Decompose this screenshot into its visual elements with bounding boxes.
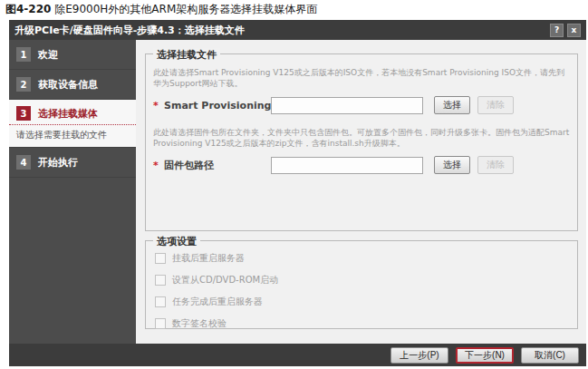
back-button[interactable]: 上一步(P) [390,347,448,364]
option-label: 挂载后重启服务器 [172,252,245,265]
step-number: 1 [16,47,31,62]
wizard-steps-sidebar: 1 欢迎 2 获取设备信息 3 选择挂载媒体 请选择需要挂载的文件 4 开始执行 [9,40,136,344]
step-number: 2 [16,77,31,92]
option-restart-after-task: 任务完成后重启服务器 [155,296,570,308]
upgrade-wizard-dialog: 升级PCIe卡/硬盘固件向导-步骤4.3：选择挂载文件 ? x 1 欢迎 2 获… [9,20,586,366]
option-label: 任务完成后重启服务器 [172,296,263,308]
help-icon[interactable]: ? [550,24,564,37]
sidebar-step-execute[interactable]: 4 开始执行 [9,148,136,178]
step-label: 开始执行 [38,156,78,170]
active-step-row: 3 选择挂载媒体 [9,100,136,125]
firmware-clear-button: 清除 [477,156,514,174]
cancel-button[interactable]: 取消(C) [521,347,579,364]
iso-file-field-row: * Smart Provisioning ISO文件 选择 清除 [153,96,570,114]
iso-clear-button: 清除 [477,96,514,114]
option-restart-after-mount: 挂载后重启服务器 [155,252,570,265]
sidebar-step-welcome[interactable]: 1 欢迎 [9,40,136,70]
step-number: 3 [16,106,31,121]
group-title: 选择挂载文件 [153,48,220,62]
figure-number: 图4-220 [5,3,51,15]
iso-file-input[interactable] [271,97,423,114]
dialog-footer: 上一步(P) 下一步(N) 取消(C) [9,344,586,366]
step-label: 获取设备信息 [38,78,98,92]
iso-file-label: Smart Provisioning ISO文件 [164,99,271,112]
checkbox-icon [155,253,166,264]
close-icon[interactable]: x [567,24,581,37]
sidebar-step-device-info[interactable]: 2 获取设备信息 [9,70,136,100]
option-label: 设置从CD/DVD-ROM启动 [172,274,278,286]
active-step-description: 请选择需要挂载的文件 [9,125,136,147]
firmware-path-label: 固件包路径 [164,159,271,172]
firmware-select-button[interactable]: 选择 [434,156,470,174]
dialog-body: 1 欢迎 2 获取设备信息 3 选择挂载媒体 请选择需要挂载的文件 4 开始执行 [9,40,586,344]
sidebar-step-select-media-active[interactable]: 3 选择挂载媒体 请选择需要挂载的文件 [9,100,136,148]
figure-caption: 图4-220 除E9000H外的其他ARM架构服务器选择挂载媒体界面 [5,2,317,17]
iso-select-button[interactable]: 选择 [434,96,470,114]
required-marker: * [153,100,164,112]
option-signature-check: 数字签名校验 [155,317,570,330]
step-label: 欢迎 [38,48,58,62]
firmware-path-input[interactable] [271,157,423,174]
option-label: 数字签名校验 [172,317,227,330]
group-title: 选项设置 [153,235,200,248]
option-settings-group: 选项设置 挂载后重启服务器 设置从CD/DVD-ROM启动 任务完成后重启服务器… [145,240,578,329]
step-number: 4 [16,155,31,170]
checkbox-icon [155,275,166,286]
required-marker: * [153,160,164,171]
next-button[interactable]: 下一步(N) [456,347,514,364]
dialog-title: 升级PCIe卡/硬盘固件向导-步骤4.3：选择挂载文件 [14,24,546,37]
select-mount-file-group: 选择挂载文件 此处请选择Smart Provisioning V125或之后版本… [145,53,578,231]
option-boot-from-cddvd: 设置从CD/DVD-ROM启动 [155,274,570,286]
figure-caption-text: 除E9000H外的其他ARM架构服务器选择挂载媒体界面 [51,3,317,15]
checkbox-icon [155,318,166,329]
step-label: 选择挂载媒体 [38,107,98,121]
checkbox-icon [155,296,166,307]
dialog-titlebar: 升级PCIe卡/硬盘固件向导-步骤4.3：选择挂载文件 ? x [9,20,586,40]
iso-instruction-note: 此处请选择Smart Provisioning V125或之后版本的ISO文件，… [153,67,570,89]
wizard-content: 选择挂载文件 此处请选择Smart Provisioning V125或之后版本… [136,40,586,344]
firmware-path-field-row: * 固件包路径 选择 清除 [153,156,570,174]
firmware-instruction-note: 此处请选择固件包所在文件夹，文件夹中只包含固件包。可放置多个固件包，同时升级多张… [153,127,570,149]
